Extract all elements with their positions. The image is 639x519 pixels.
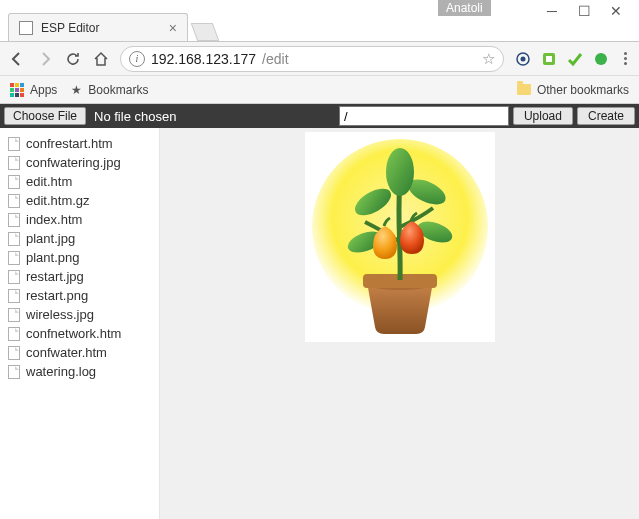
- file-item[interactable]: confrestart.htm: [0, 134, 159, 153]
- file-item[interactable]: confwater.htm: [0, 343, 159, 362]
- tab-strip: ESP Editor ×: [0, 12, 639, 42]
- other-bookmarks[interactable]: Other bookmarks: [517, 83, 629, 97]
- plant-image: [305, 132, 495, 342]
- file-name: wireless.jpg: [26, 307, 94, 322]
- folder-icon: [517, 84, 531, 95]
- file-icon: [8, 327, 20, 341]
- site-info-icon[interactable]: i: [129, 51, 145, 67]
- file-name: plant.jpg: [26, 231, 75, 246]
- file-icon: [8, 213, 20, 227]
- file-item[interactable]: restart.jpg: [0, 267, 159, 286]
- minimize-button[interactable]: ─: [545, 4, 559, 18]
- url-path: /edit: [262, 51, 288, 67]
- file-name: index.htm: [26, 212, 82, 227]
- bookmarks-bar: Apps ★ Bookmarks Other bookmarks: [0, 76, 639, 104]
- forward-button[interactable]: [36, 50, 54, 68]
- file-name: edit.htm: [26, 174, 72, 189]
- file-item[interactable]: plant.png: [0, 248, 159, 267]
- address-bar[interactable]: i 192.168.123.177/edit ☆: [120, 46, 504, 72]
- maximize-button[interactable]: ☐: [577, 4, 591, 18]
- file-icon: [8, 365, 20, 379]
- file-name: restart.jpg: [26, 269, 84, 284]
- file-name: confrestart.htm: [26, 136, 113, 151]
- file-icon: [8, 194, 20, 208]
- file-icon: [8, 156, 20, 170]
- file-icon: [8, 289, 20, 303]
- tab-title: ESP Editor: [41, 21, 161, 35]
- file-list[interactable]: confrestart.htmconfwatering.jpgedit.htme…: [0, 128, 160, 519]
- upload-button[interactable]: Upload: [513, 107, 573, 125]
- extension-green-icon[interactable]: [540, 50, 558, 68]
- file-item[interactable]: edit.htm.gz: [0, 191, 159, 210]
- svg-point-4: [595, 53, 607, 65]
- file-name: edit.htm.gz: [26, 193, 90, 208]
- bookmark-star-icon[interactable]: ☆: [482, 50, 495, 68]
- file-icon: [8, 308, 20, 322]
- new-tab-button[interactable]: [191, 23, 220, 41]
- extension-check-icon[interactable]: [566, 50, 584, 68]
- file-item[interactable]: edit.htm: [0, 172, 159, 191]
- user-badge[interactable]: Anatoli: [438, 0, 491, 16]
- page-icon: [19, 21, 33, 35]
- editor-action-bar: Choose File No file chosen Upload Create: [0, 104, 639, 128]
- apps-label: Apps: [30, 83, 57, 97]
- file-item[interactable]: wireless.jpg: [0, 305, 159, 324]
- file-icon: [8, 346, 20, 360]
- file-name: confwatering.jpg: [26, 155, 121, 170]
- file-name: restart.png: [26, 288, 88, 303]
- preview-pane: [160, 128, 639, 519]
- file-item[interactable]: index.htm: [0, 210, 159, 229]
- file-item[interactable]: confwatering.jpg: [0, 153, 159, 172]
- choose-file-button[interactable]: Choose File: [4, 107, 86, 125]
- close-tab-icon[interactable]: ×: [169, 20, 177, 36]
- browser-menu-button[interactable]: [620, 52, 631, 65]
- file-icon: [8, 251, 20, 265]
- file-icon: [8, 175, 20, 189]
- apps-icon: [10, 83, 24, 97]
- extension-dot-icon[interactable]: [592, 50, 610, 68]
- file-item[interactable]: restart.png: [0, 286, 159, 305]
- file-name: confwater.htm: [26, 345, 107, 360]
- extension-shield-icon[interactable]: [514, 50, 532, 68]
- no-file-label: No file chosen: [86, 109, 184, 124]
- file-icon: [8, 137, 20, 151]
- browser-toolbar: i 192.168.123.177/edit ☆: [0, 42, 639, 76]
- close-window-button[interactable]: ✕: [609, 4, 623, 18]
- titlebar: [0, 0, 639, 12]
- file-item[interactable]: watering.log: [0, 362, 159, 381]
- svg-rect-3: [546, 56, 552, 62]
- svg-point-10: [386, 148, 414, 196]
- reload-button[interactable]: [64, 50, 82, 68]
- bookmarks-label: Bookmarks: [88, 83, 148, 97]
- extension-icons: [514, 50, 610, 68]
- svg-point-1: [521, 56, 526, 61]
- home-button[interactable]: [92, 50, 110, 68]
- window-controls: ─ ☐ ✕: [545, 4, 639, 18]
- tab-esp-editor[interactable]: ESP Editor ×: [8, 13, 188, 41]
- url-host: 192.168.123.177: [151, 51, 256, 67]
- file-name: confnetwork.htm: [26, 326, 121, 341]
- bookmarks-shortcut[interactable]: ★ Bookmarks: [71, 83, 148, 97]
- apps-shortcut[interactable]: Apps: [10, 83, 57, 97]
- editor-content: confrestart.htmconfwatering.jpgedit.htme…: [0, 128, 639, 519]
- file-icon: [8, 232, 20, 246]
- file-item[interactable]: plant.jpg: [0, 229, 159, 248]
- create-button[interactable]: Create: [577, 107, 635, 125]
- other-bookmarks-label: Other bookmarks: [537, 83, 629, 97]
- path-input[interactable]: [339, 106, 509, 126]
- file-name: watering.log: [26, 364, 96, 379]
- star-icon: ★: [71, 83, 82, 97]
- back-button[interactable]: [8, 50, 26, 68]
- file-name: plant.png: [26, 250, 80, 265]
- file-item[interactable]: confnetwork.htm: [0, 324, 159, 343]
- file-icon: [8, 270, 20, 284]
